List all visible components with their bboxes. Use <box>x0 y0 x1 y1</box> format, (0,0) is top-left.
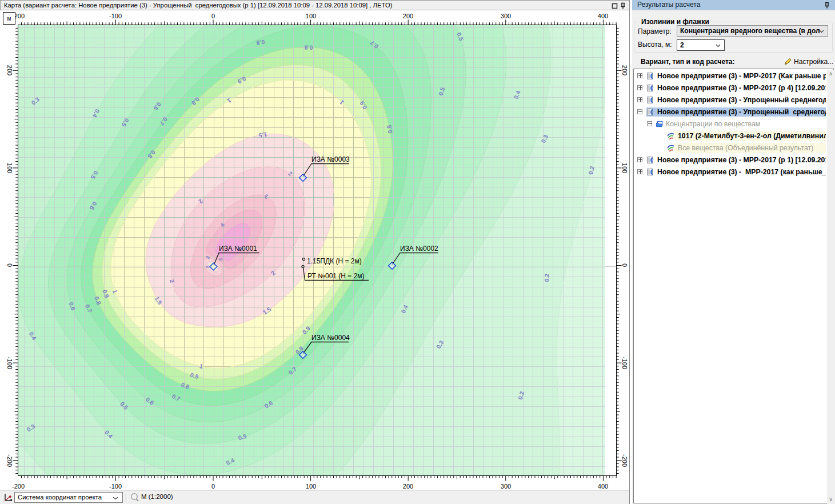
svg-text:РТ №001 (Н = 2м): РТ №001 (Н = 2м) <box>307 272 365 280</box>
svg-text:0: 0 <box>211 483 215 490</box>
svg-text:400: 400 <box>598 13 608 19</box>
svg-text:200: 200 <box>403 13 413 19</box>
svg-text:-100: -100 <box>6 357 13 369</box>
svg-text:400: 400 <box>598 483 608 490</box>
svg-text:ИЗА №0002: ИЗА №0002 <box>400 245 438 253</box>
svg-text:0: 0 <box>621 263 628 267</box>
svg-text:100: 100 <box>306 483 316 490</box>
svg-text:300: 300 <box>501 483 511 490</box>
svg-text:ИЗА №0004: ИЗА №0004 <box>311 334 350 342</box>
svg-text:-100: -100 <box>621 357 628 369</box>
svg-text:100: 100 <box>6 163 13 173</box>
svg-text:-200: -200 <box>621 454 628 467</box>
svg-text:0: 0 <box>211 13 215 19</box>
svg-text:ИЗА №0001: ИЗА №0001 <box>219 245 257 253</box>
svg-text:100: 100 <box>306 13 316 19</box>
svg-text:0.8: 0.8 <box>256 39 265 47</box>
svg-text:-200: -200 <box>12 483 25 490</box>
svg-text:100: 100 <box>621 163 628 173</box>
svg-text:-200: -200 <box>6 454 13 467</box>
svg-text:-100: -100 <box>109 13 122 19</box>
svg-text:0: 0 <box>6 263 13 267</box>
svg-text:200: 200 <box>403 483 413 490</box>
svg-text:0.8: 0.8 <box>304 44 313 51</box>
svg-text:1.15ПДК (Н = 2м): 1.15ПДК (Н = 2м) <box>307 257 362 265</box>
svg-text:1.5: 1.5 <box>258 131 267 139</box>
svg-text:200: 200 <box>6 65 13 75</box>
svg-text:200: 200 <box>621 65 628 75</box>
svg-text:-100: -100 <box>109 483 122 490</box>
svg-text:ИЗА №0003: ИЗА №0003 <box>311 155 350 163</box>
svg-text:м: м <box>7 15 11 22</box>
svg-text:0.2: 0.2 <box>543 273 550 282</box>
svg-text:300: 300 <box>501 13 511 19</box>
